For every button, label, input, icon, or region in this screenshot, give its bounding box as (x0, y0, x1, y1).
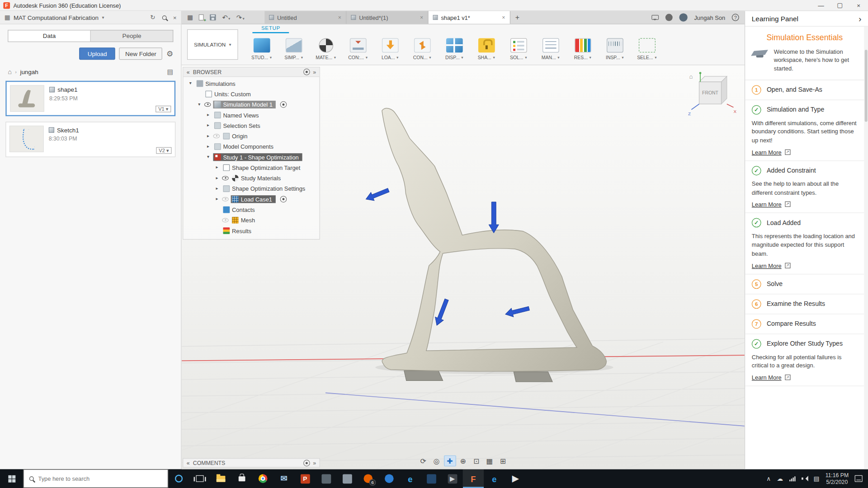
toolbar-group-label[interactable]: CON:...▾ (348, 55, 368, 60)
toolbar-group-label[interactable]: MATE...▾ (316, 55, 336, 60)
tree-item-label[interactable]: Contacts (232, 206, 255, 213)
user-name[interactable]: Jungah Son (694, 14, 725, 21)
toolbar-group-icon[interactable] (319, 38, 333, 52)
view-options-icon[interactable]: ▤ (167, 68, 173, 76)
tree-row[interactable]: Origin (183, 131, 319, 141)
gear-icon[interactable]: ⚙ (166, 49, 173, 58)
tree-expand-arrow[interactable] (214, 186, 220, 191)
toolbar-group-icon[interactable] (478, 38, 495, 52)
toolbar-group-label[interactable]: STUD...▾ (251, 55, 272, 60)
close-tab-icon[interactable]: × (502, 14, 505, 20)
tree-item-label[interactable]: Results (232, 227, 251, 234)
onedrive-cloud-icon[interactable]: ☁ (777, 475, 783, 482)
toolbar-group-label[interactable]: LOA...▾ (382, 55, 398, 60)
toolbar-group-icon[interactable] (574, 38, 591, 52)
new-design-icon[interactable] (199, 14, 204, 20)
data-panel-tab[interactable]: People (91, 30, 173, 42)
tree-expand-arrow[interactable] (197, 102, 202, 107)
clock[interactable]: 11:16 PM 5/2/2020 (826, 471, 849, 486)
tree-expand-arrow[interactable] (214, 175, 220, 180)
browser-header[interactable]: « BROWSER » (183, 67, 319, 77)
data-panel-tab[interactable]: Data (8, 30, 91, 42)
tree-item-label[interactable]: Mesh (241, 216, 255, 223)
learn-more-link[interactable]: Learn More ↗ (752, 201, 858, 208)
undo-icon[interactable]: ↶▾ (222, 14, 231, 21)
activate-radio-icon[interactable] (280, 101, 287, 108)
focus-icon[interactable] (304, 460, 311, 466)
tree-expand-arrow[interactable] (188, 81, 193, 86)
upload-button[interactable]: Upload (80, 47, 115, 60)
toolbar-group-icon[interactable] (285, 38, 302, 52)
taskbar-app-icon[interactable] (336, 469, 358, 488)
taskbar-app-icon[interactable]: e (484, 469, 505, 488)
activate-radio-icon[interactable] (280, 196, 287, 202)
taskbar-search[interactable] (23, 469, 168, 488)
collapse-panel-icon[interactable]: « (187, 69, 190, 75)
toolbar-group-label[interactable]: CON...▾ (413, 55, 431, 60)
scrollbar[interactable] (864, 27, 868, 469)
toolbar-group-label[interactable]: MAN...▾ (542, 55, 560, 60)
visibility-eye-icon[interactable] (222, 176, 229, 180)
tree-row[interactable]: Load Case1 (183, 194, 319, 204)
tree-row[interactable]: Simulations (183, 78, 319, 89)
viewport-nav-button[interactable]: ⊡ (470, 455, 482, 466)
taskbar-app-icon[interactable] (316, 469, 337, 488)
data-panel-item[interactable]: Sketch1 8:30:03 PM V2 ▾ (5, 122, 175, 157)
taskbar-app-icon[interactable] (379, 469, 400, 488)
tree-item-label[interactable]: Named Views (223, 112, 259, 118)
load-arrow[interactable] (364, 186, 390, 203)
refresh-icon[interactable]: ↻ (150, 14, 155, 21)
tree-row[interactable]: Results (183, 225, 319, 235)
maximize-button[interactable]: ▢ (830, 0, 849, 10)
toolbar-group[interactable]: MATE...▾ (310, 38, 342, 60)
action-center-icon[interactable] (855, 475, 863, 482)
tree-item-label[interactable]: Model Components (223, 143, 274, 150)
tree-row[interactable]: Selection Sets (183, 120, 319, 131)
toolbar-group-icon[interactable] (414, 38, 430, 52)
toolbar-group[interactable]: CON...▾ (406, 38, 438, 60)
expand-icon[interactable]: » (313, 460, 316, 466)
comment-icon[interactable] (651, 15, 659, 20)
taskbar-app-icon[interactable] (231, 469, 253, 488)
toolbar-group[interactable]: SHA...▾ (471, 38, 502, 60)
viewport-nav-button[interactable]: ⟳ (417, 455, 429, 466)
ribbon-tab-setup[interactable]: SETUP (252, 25, 289, 33)
tree-row[interactable]: Model Components (183, 141, 319, 151)
toolbar-group-icon[interactable] (382, 38, 398, 52)
taskbar-app-icon[interactable]: F (463, 469, 484, 488)
tree-item-label[interactable]: Simulations (205, 80, 235, 87)
toolbar-group[interactable]: MAN...▾ (535, 38, 566, 60)
toolbar-group-label[interactable]: RES...▾ (574, 55, 591, 60)
expand-icon[interactable]: » (313, 69, 316, 75)
network-icon[interactable] (789, 476, 795, 481)
toolbar-group-icon[interactable] (606, 38, 623, 52)
visibility-eye-icon[interactable] (204, 102, 211, 107)
toolbar-group[interactable]: SIMP...▾ (278, 38, 310, 60)
version-badge[interactable]: V2 ▾ (156, 147, 171, 154)
tree-row[interactable]: Study 1 - Shape Optimization (183, 152, 319, 162)
tree-item-label[interactable]: Shape Optimization Target (232, 164, 300, 171)
learn-more-link[interactable]: Learn More ↗ (752, 262, 858, 269)
close-button[interactable]: × (849, 0, 868, 10)
toolbar-group-icon[interactable] (349, 38, 366, 52)
tree-expand-arrow[interactable] (205, 113, 211, 117)
toolbar-group[interactable]: CON:...▾ (342, 38, 374, 60)
keyboard-icon[interactable]: ▤ (813, 475, 819, 482)
toolbar-group[interactable]: SELE...▾ (631, 38, 663, 60)
tree-expand-arrow[interactable] (205, 123, 211, 128)
minimize-button[interactable]: — (811, 0, 830, 10)
toolbar-group-icon[interactable] (542, 38, 559, 52)
taskbar-app-icon[interactable] (189, 469, 211, 488)
toolbar-group-icon[interactable] (446, 38, 462, 52)
viewcube-home-icon[interactable]: ⌂ (689, 73, 693, 80)
breadcrumb-folder[interactable]: jungah (20, 69, 38, 75)
taskbar-app-icon[interactable] (421, 469, 442, 488)
toolbar-group[interactable]: STUD...▾ (246, 38, 278, 60)
tree-row[interactable]: Simulation Model 1 (183, 99, 319, 109)
new-tab-button[interactable]: + (510, 11, 524, 23)
comments-bar[interactable]: « COMMENTS » (183, 458, 320, 468)
chair-model[interactable] (382, 108, 606, 371)
load-arrow[interactable] (505, 304, 530, 319)
toolbar-group[interactable]: LOA...▾ (374, 38, 406, 60)
start-button[interactable] (0, 469, 23, 488)
